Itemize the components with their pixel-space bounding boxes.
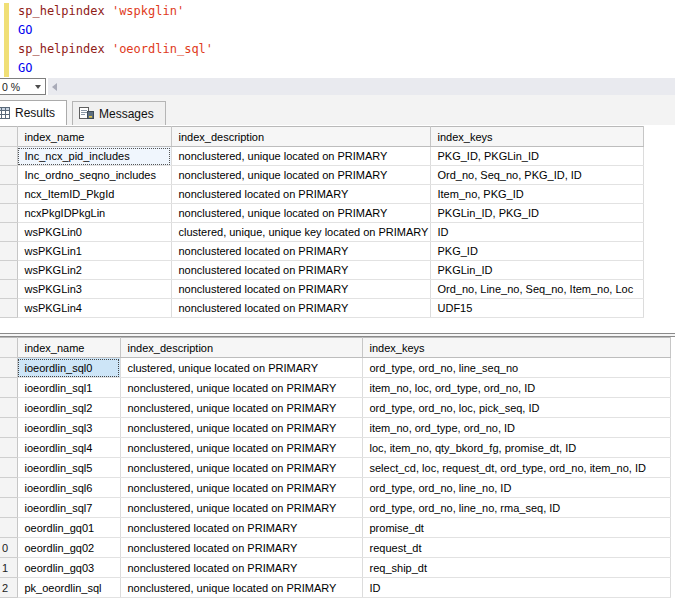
cell-index_keys[interactable]: ID bbox=[362, 578, 670, 598]
cell-index_description[interactable]: nonclustered, unique located on PRIMARY bbox=[171, 166, 430, 185]
cell-index_name[interactable]: ioeordlin_sql3 bbox=[17, 418, 120, 438]
row-header-cell[interactable] bbox=[0, 518, 17, 538]
cell-index_name[interactable]: ioeordlin_sql2 bbox=[17, 398, 120, 418]
column-header-index_keys[interactable]: index_keys bbox=[430, 127, 643, 147]
code-lines[interactable]: sp_helpindex 'wspkglin'GOsp_helpindex 'o… bbox=[18, 2, 213, 78]
cell-index_description[interactable]: nonclustered, unique located on PRIMARY bbox=[120, 398, 362, 418]
cell-index_keys[interactable]: promise_dt bbox=[362, 518, 670, 538]
row-header-cell[interactable] bbox=[0, 299, 17, 318]
cell-index_name[interactable]: ioeordlin_sql1 bbox=[17, 378, 120, 398]
column-header-index_name[interactable]: index_name bbox=[17, 338, 120, 358]
cell-index_keys[interactable]: loc, item_no, qty_bkord_fg, promise_dt, … bbox=[362, 438, 670, 458]
cell-index_keys[interactable]: PKGLin_ID bbox=[430, 261, 643, 280]
cell-index_keys[interactable]: request_dt bbox=[362, 538, 670, 558]
tab-messages[interactable]: Messages bbox=[72, 101, 166, 125]
row-header-cell[interactable] bbox=[0, 280, 17, 299]
cell-index_keys[interactable]: Item_no, PKG_ID bbox=[430, 185, 643, 204]
scroll-left-arrow-icon[interactable] bbox=[52, 83, 57, 91]
cell-index_description[interactable]: nonclustered, unique located on PRIMARY bbox=[171, 204, 430, 223]
cell-index_description[interactable]: nonclustered, unique located on PRIMARY bbox=[120, 578, 362, 598]
cell-index_name[interactable]: wsPKGLin2 bbox=[17, 261, 171, 280]
cell-index_description[interactable]: nonclustered, unique located on PRIMARY bbox=[120, 458, 362, 478]
row-header-cell[interactable] bbox=[0, 438, 17, 458]
cell-index_name[interactable]: ncx_ItemID_PkgId bbox=[17, 185, 171, 204]
cell-index_name[interactable]: wsPKGLin1 bbox=[17, 242, 171, 261]
row-header-cell[interactable] bbox=[0, 223, 17, 242]
row-header-cell[interactable] bbox=[0, 358, 17, 378]
cell-index_description[interactable]: clustered, unique located on PRIMARY bbox=[120, 358, 362, 378]
row-header-cell[interactable] bbox=[0, 498, 17, 518]
column-header-index_keys[interactable]: index_keys bbox=[362, 338, 670, 358]
cell-index_name[interactable]: Inc_ncx_pid_includes bbox=[17, 147, 171, 166]
cell-index_keys[interactable]: select_cd, loc, request_dt, ord_type, or… bbox=[362, 458, 670, 478]
cell-index_description[interactable]: nonclustered located on PRIMARY bbox=[171, 261, 430, 280]
cell-index_keys[interactable]: ord_type, ord_no, line_no, rma_seq, ID bbox=[362, 498, 670, 518]
cell-index_name[interactable]: wsPKGLin3 bbox=[17, 280, 171, 299]
sql-editor[interactable]: sp_helpindex 'wspkglin'GOsp_helpindex 'o… bbox=[0, 0, 675, 78]
cell-index_description[interactable]: nonclustered located on PRIMARY bbox=[171, 299, 430, 318]
grid-corner-cell[interactable] bbox=[0, 338, 17, 358]
row-header-cell[interactable]: 0 bbox=[0, 538, 17, 558]
cell-index_keys[interactable]: item_no, ord_type, ord_no, ID bbox=[362, 418, 670, 438]
cell-index_description[interactable]: nonclustered, unique located on PRIMARY bbox=[120, 438, 362, 458]
row-header-cell[interactable] bbox=[0, 204, 17, 223]
row-header-cell[interactable] bbox=[0, 478, 17, 498]
cell-index_keys[interactable]: PKGLin_ID, PKG_ID bbox=[430, 204, 643, 223]
cell-index_name[interactable]: oeordlin_gq03 bbox=[17, 558, 120, 578]
cell-index_description[interactable]: nonclustered located on PRIMARY bbox=[120, 518, 362, 538]
cell-index_name[interactable]: ioeordlin_sql7 bbox=[17, 498, 120, 518]
editor-horizontal-scrollbar[interactable] bbox=[48, 78, 675, 95]
cell-index_name[interactable]: oeordlin_gq02 bbox=[17, 538, 120, 558]
cell-index_keys[interactable]: ord_type, ord_no, line_no, ID bbox=[362, 478, 670, 498]
chevron-down-icon[interactable] bbox=[35, 85, 41, 89]
cell-index_description[interactable]: nonclustered, unique located on PRIMARY bbox=[120, 418, 362, 438]
cell-index_keys[interactable]: UDF15 bbox=[430, 299, 643, 318]
row-header-cell[interactable] bbox=[0, 398, 17, 418]
column-header-index_description[interactable]: index_description bbox=[171, 127, 430, 147]
cell-index_name[interactable]: wsPKGLin4 bbox=[17, 299, 171, 318]
row-header-cell[interactable] bbox=[0, 378, 17, 398]
cell-index_keys[interactable]: item_no, loc, ord_type, ord_no, ID bbox=[362, 378, 670, 398]
cell-index_description[interactable]: nonclustered located on PRIMARY bbox=[171, 280, 430, 299]
cell-index_keys[interactable]: ord_type, ord_no, line_seq_no bbox=[362, 358, 670, 378]
cell-index_name[interactable]: ncxPkgIDPkgLin bbox=[17, 204, 171, 223]
cell-index_name[interactable]: oeordlin_gq01 bbox=[17, 518, 120, 538]
row-header-cell[interactable] bbox=[0, 242, 17, 261]
row-header-cell[interactable] bbox=[0, 261, 17, 280]
cell-index_name[interactable]: wsPKGLin0 bbox=[17, 223, 171, 242]
cell-index_name[interactable]: ioeordlin_sql4 bbox=[17, 438, 120, 458]
cell-index_name[interactable]: pk_oeordlin_sql bbox=[17, 578, 120, 598]
column-header-index_description[interactable]: index_description bbox=[120, 338, 362, 358]
row-header-cell[interactable] bbox=[0, 185, 17, 204]
cell-index_description[interactable]: nonclustered located on PRIMARY bbox=[171, 185, 430, 204]
cell-index_description[interactable]: nonclustered located on PRIMARY bbox=[171, 242, 430, 261]
cell-index_name[interactable]: ioeordlin_sql0 bbox=[17, 358, 120, 378]
cell-index_keys[interactable]: Ord_no, Line_no, Seq_no, Item_no, Loc bbox=[430, 280, 643, 299]
cell-index_description[interactable]: nonclustered located on PRIMARY bbox=[120, 538, 362, 558]
grid-corner-cell[interactable] bbox=[0, 127, 17, 147]
cell-index_description[interactable]: clustered, unique, unique key located on… bbox=[171, 223, 430, 242]
tab-results[interactable]: Results bbox=[0, 100, 67, 125]
cell-index_keys[interactable]: req_ship_dt bbox=[362, 558, 670, 578]
cell-index_keys[interactable]: ord_type, ord_no, loc, pick_seq, ID bbox=[362, 398, 670, 418]
row-header-cell[interactable]: 1 bbox=[0, 558, 17, 578]
cell-index_description[interactable]: nonclustered located on PRIMARY bbox=[120, 558, 362, 578]
cell-index_description[interactable]: nonclustered, unique located on PRIMARY bbox=[120, 498, 362, 518]
cell-index_name[interactable]: ioeordlin_sql6 bbox=[17, 478, 120, 498]
row-header-cell[interactable] bbox=[0, 166, 17, 185]
column-header-index_name[interactable]: index_name bbox=[17, 127, 171, 147]
cell-index_description[interactable]: nonclustered, unique located on PRIMARY bbox=[171, 147, 430, 166]
cell-index_keys[interactable]: PKG_ID bbox=[430, 242, 643, 261]
cell-index_description[interactable]: nonclustered, unique located on PRIMARY bbox=[120, 378, 362, 398]
editor-zoom-dropdown[interactable]: 0 % bbox=[0, 78, 46, 95]
row-header-cell[interactable] bbox=[0, 418, 17, 438]
cell-index_name[interactable]: ioeordlin_sql5 bbox=[17, 458, 120, 478]
cell-index_name[interactable]: Inc_ordno_seqno_includes bbox=[17, 166, 171, 185]
cell-index_keys[interactable]: PKG_ID, PKGLin_ID bbox=[430, 147, 643, 166]
row-header-cell[interactable]: 2 bbox=[0, 578, 17, 598]
cell-index_description[interactable]: nonclustered, unique located on PRIMARY bbox=[120, 478, 362, 498]
cell-index_keys[interactable]: ID bbox=[430, 223, 643, 242]
cell-index_keys[interactable]: Ord_no, Seq_no, PKG_ID, ID bbox=[430, 166, 643, 185]
row-header-cell[interactable] bbox=[0, 147, 17, 166]
row-header-cell[interactable] bbox=[0, 458, 17, 478]
